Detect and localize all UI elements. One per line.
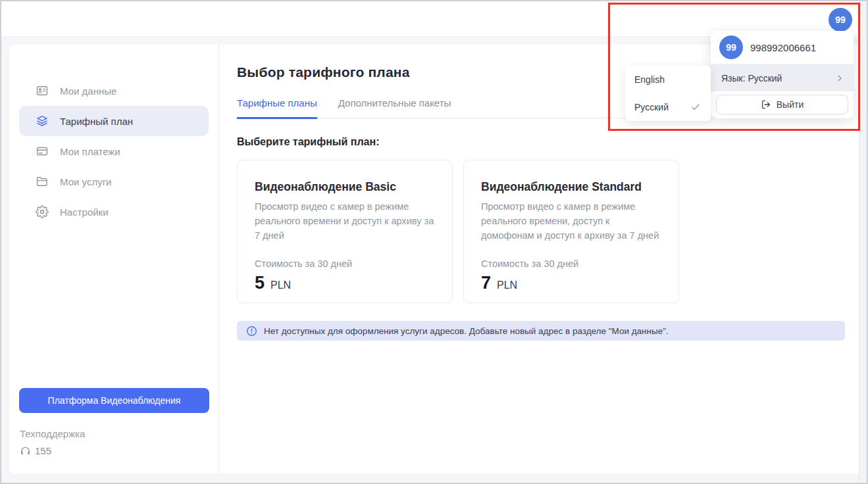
price-row: 5 PLN xyxy=(255,273,436,293)
gear-icon xyxy=(36,205,49,218)
plan-description: Просмотр видео с камер в режиме реальног… xyxy=(481,199,663,243)
sidebar: Мои данные Тарифный план xyxy=(9,45,219,473)
app-window: 99 Мои данные xyxy=(0,0,868,484)
price-value: 5 xyxy=(255,273,265,293)
language-option-label: Русский xyxy=(634,102,669,112)
tab-tariff-plans[interactable]: Тарифные планы xyxy=(237,97,317,119)
folder-icon xyxy=(36,175,49,188)
plan-name: Видеонаблюдение Standard xyxy=(481,180,663,194)
sidebar-item-label: Мои платежи xyxy=(60,146,120,157)
logout-button[interactable]: Выйти xyxy=(716,95,848,114)
logout-icon xyxy=(761,99,771,110)
sidebar-item-settings[interactable]: Настройки xyxy=(19,197,209,227)
credit-card-icon xyxy=(36,145,49,158)
plan-card-basic[interactable]: Видеонаблюдение Basic Просмотр видео с к… xyxy=(237,160,453,303)
tab-additional-packages[interactable]: Дополнительные пакеты xyxy=(338,97,451,119)
plan-card-standard[interactable]: Видеонаблюдение Standard Просмотр видео … xyxy=(463,160,679,303)
price-currency: PLN xyxy=(270,279,291,291)
headphones-icon xyxy=(20,445,31,456)
sidebar-item-label: Мои данные xyxy=(60,85,116,97)
sidebar-item-label: Мои услуги xyxy=(60,176,112,187)
plan-cards: Видеонаблюдение Basic Просмотр видео с к… xyxy=(237,160,859,303)
price-value: 7 xyxy=(481,273,491,293)
language-option-english[interactable]: English xyxy=(625,66,711,93)
sidebar-item-my-payments[interactable]: Мои платежи xyxy=(19,136,209,166)
support-phone: 155 xyxy=(35,445,51,456)
user-phone: 998992006661 xyxy=(750,42,816,53)
price-currency: PLN xyxy=(497,279,517,291)
sidebar-item-my-services[interactable]: Мои услуги xyxy=(19,166,209,197)
sidebar-item-label: Настройки xyxy=(60,206,109,218)
sidebar-item-my-data[interactable]: Мои данные xyxy=(19,76,209,106)
user-avatar-badge[interactable]: 99 xyxy=(829,8,852,32)
vertical-scrollbar[interactable] xyxy=(859,1,867,483)
price-label: Стоимость за 30 дней xyxy=(255,258,436,269)
sidebar-item-label: Тарифный план xyxy=(60,116,133,127)
price-row: 7 PLN xyxy=(481,273,663,293)
layers-icon xyxy=(36,114,49,128)
section-heading: Выберите тарифный план: xyxy=(237,136,859,148)
sidebar-item-tariff-plan[interactable]: Тарифный план xyxy=(19,106,209,136)
user-avatar: 99 xyxy=(719,36,743,59)
support-phone-row: 155 xyxy=(20,445,51,456)
user-account-row: 99 998992006661 xyxy=(711,31,854,64)
language-option-label: English xyxy=(634,74,665,85)
price-label: Стоимость за 30 дней xyxy=(481,258,663,269)
notice-text: Нет доступных для оформления услуги адре… xyxy=(264,326,669,336)
id-card-icon xyxy=(36,84,49,97)
support-label: Техподдержка xyxy=(20,428,85,439)
logout-label: Выйти xyxy=(777,99,804,110)
plan-name: Видеонаблюдение Basic xyxy=(255,180,436,194)
notice-banner: Нет доступных для оформления услуги адре… xyxy=(237,321,845,341)
info-icon xyxy=(246,326,257,337)
language-option-russian[interactable]: Русский xyxy=(625,93,711,121)
platform-button[interactable]: Платформа Видеонаблюдения xyxy=(19,388,209,413)
language-menu-label: Язык: Русский xyxy=(721,73,782,84)
checkmark-icon xyxy=(690,102,701,112)
plan-description: Просмотр видео с камер в режиме реальног… xyxy=(255,199,436,243)
sidebar-nav: Мои данные Тарифный план xyxy=(9,45,218,227)
user-dropdown-menu: 99 998992006661 Язык: Русский Выйти xyxy=(711,31,854,118)
language-submenu: English Русский xyxy=(625,66,711,121)
chevron-right-icon xyxy=(835,74,844,83)
language-menu-item[interactable]: Язык: Русский xyxy=(711,64,854,91)
